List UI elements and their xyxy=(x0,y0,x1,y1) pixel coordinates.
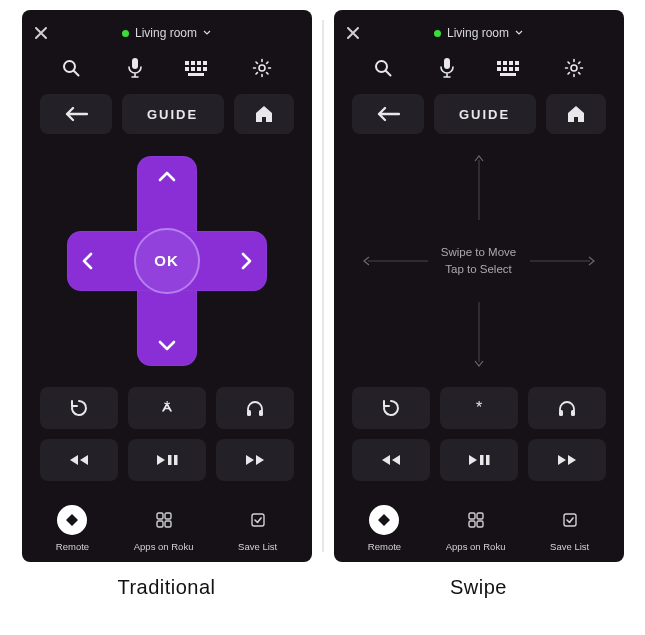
svg-rect-30 xyxy=(509,67,513,71)
nav-save-label: Save List xyxy=(550,541,589,552)
remote-panel-traditional: Living room xyxy=(22,10,312,562)
apps-icon xyxy=(149,505,179,535)
svg-rect-29 xyxy=(503,67,507,71)
device-name: Living room xyxy=(447,26,509,40)
home-button[interactable] xyxy=(234,94,294,134)
save-list-icon xyxy=(555,505,585,535)
close-icon[interactable] xyxy=(34,26,52,40)
caption-traditional: Traditional xyxy=(22,576,312,599)
back-button[interactable] xyxy=(352,94,424,134)
svg-rect-28 xyxy=(497,67,501,71)
guide-button[interactable]: GUIDE xyxy=(122,94,224,134)
svg-rect-7 xyxy=(191,67,195,71)
svg-rect-42 xyxy=(477,521,483,527)
svg-rect-38 xyxy=(486,455,490,465)
nav-apps-label: Apps on Roku xyxy=(134,541,194,552)
svg-rect-10 xyxy=(188,73,204,76)
guide-button[interactable]: GUIDE xyxy=(434,94,536,134)
svg-rect-24 xyxy=(497,61,501,65)
replay-button[interactable] xyxy=(40,387,118,429)
svg-rect-3 xyxy=(191,61,195,65)
headphones-button[interactable] xyxy=(528,387,606,429)
headphones-button[interactable] xyxy=(216,387,294,429)
keyboard-icon[interactable] xyxy=(492,54,528,82)
mic-icon[interactable] xyxy=(429,54,465,82)
nav-remote[interactable]: Remote xyxy=(368,505,401,552)
svg-rect-26 xyxy=(509,61,513,65)
remote-icon xyxy=(369,505,399,535)
online-dot-icon xyxy=(122,30,129,37)
play-pause-button[interactable] xyxy=(440,439,518,481)
svg-rect-1 xyxy=(132,58,138,69)
device-selector[interactable]: Living room xyxy=(364,26,594,40)
svg-rect-36 xyxy=(571,410,575,416)
swipe-guide-line xyxy=(368,260,428,261)
fast-forward-button[interactable] xyxy=(216,439,294,481)
svg-rect-6 xyxy=(185,67,189,71)
options-button[interactable]: * xyxy=(128,387,206,429)
swipe-guide-line xyxy=(478,302,479,362)
mic-icon[interactable] xyxy=(117,54,153,82)
keyboard-icon[interactable] xyxy=(180,54,216,82)
nav-save-list[interactable]: Save List xyxy=(238,505,277,552)
ok-button[interactable]: OK xyxy=(134,228,200,294)
chevron-down-icon xyxy=(203,30,211,36)
svg-rect-27 xyxy=(515,61,519,65)
svg-rect-39 xyxy=(469,513,475,519)
caption-swipe: Swipe xyxy=(334,576,624,599)
search-icon[interactable] xyxy=(365,54,401,82)
svg-rect-32 xyxy=(500,73,516,76)
dpad: OK xyxy=(67,156,267,366)
save-list-icon xyxy=(243,505,273,535)
nav-remote-label: Remote xyxy=(368,541,401,552)
apps-icon xyxy=(461,505,491,535)
rewind-button[interactable] xyxy=(352,439,430,481)
nav-save-list[interactable]: Save List xyxy=(550,505,589,552)
svg-rect-37 xyxy=(480,455,484,465)
close-icon[interactable] xyxy=(346,26,364,40)
device-name: Living room xyxy=(135,26,197,40)
gear-icon[interactable] xyxy=(556,54,592,82)
guide-label: GUIDE xyxy=(147,107,198,122)
rewind-button[interactable] xyxy=(40,439,118,481)
svg-rect-43 xyxy=(564,514,576,526)
nav-apps[interactable]: Apps on Roku xyxy=(134,505,194,552)
svg-rect-41 xyxy=(469,521,475,527)
swipe-hint: Swipe to Move Tap to Select xyxy=(441,243,516,278)
chevron-down-icon xyxy=(515,30,523,36)
nav-save-label: Save List xyxy=(238,541,277,552)
svg-rect-4 xyxy=(197,61,201,65)
svg-rect-23 xyxy=(444,58,450,69)
home-button[interactable] xyxy=(546,94,606,134)
svg-rect-17 xyxy=(157,513,163,519)
svg-rect-31 xyxy=(515,67,519,71)
svg-rect-19 xyxy=(157,521,163,527)
swipe-guide-line xyxy=(478,160,479,220)
swipe-hint-line2: Tap to Select xyxy=(441,261,516,278)
svg-rect-25 xyxy=(503,61,507,65)
device-selector[interactable]: Living room xyxy=(52,26,282,40)
nav-apps[interactable]: Apps on Roku xyxy=(446,505,506,552)
remote-icon xyxy=(57,505,87,535)
nav-remote[interactable]: Remote xyxy=(56,505,89,552)
svg-rect-16 xyxy=(174,455,178,465)
svg-rect-9 xyxy=(203,67,207,71)
back-button[interactable] xyxy=(40,94,112,134)
ok-label: OK xyxy=(154,252,179,269)
svg-rect-8 xyxy=(197,67,201,71)
panel-divider xyxy=(322,20,323,552)
options-button[interactable]: * xyxy=(440,387,518,429)
svg-point-33 xyxy=(571,65,577,71)
fast-forward-button[interactable] xyxy=(528,439,606,481)
svg-rect-14 xyxy=(259,410,263,416)
online-dot-icon xyxy=(434,30,441,37)
search-icon[interactable] xyxy=(53,54,89,82)
arrow-down-icon xyxy=(474,360,484,367)
guide-label: GUIDE xyxy=(459,107,510,122)
swipe-pad[interactable]: Swipe to Move Tap to Select xyxy=(364,156,594,366)
gear-icon[interactable] xyxy=(244,54,280,82)
svg-rect-40 xyxy=(477,513,483,519)
replay-button[interactable] xyxy=(352,387,430,429)
play-pause-button[interactable] xyxy=(128,439,206,481)
arrow-up-icon xyxy=(474,155,484,162)
